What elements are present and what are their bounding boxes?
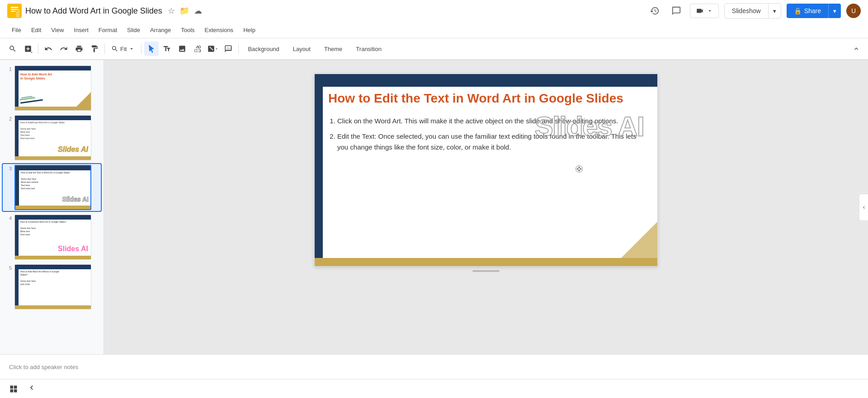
slideshow-button[interactable]: Slideshow <box>725 4 768 18</box>
header-right: Slideshow ▾ 🔒 Share ▾ U <box>646 3 861 19</box>
add-slide-button[interactable] <box>21 42 35 56</box>
slide-thumb-1: How to Add Word Artin Google Slides <box>14 66 91 111</box>
slideshow-dropdown-button[interactable]: ▾ <box>768 4 781 18</box>
bottom-bar <box>0 379 868 398</box>
slide1-title-text: How to Add Word Artin Google Slides <box>20 72 89 80</box>
menu-edit[interactable]: Edit <box>27 25 46 35</box>
word-art-move-handle[interactable] <box>576 165 583 173</box>
slide-thumb-3: How to Edit the Text in Word Art in Goog… <box>14 165 91 210</box>
slide-number-4: 4 <box>5 215 12 221</box>
background-button[interactable]: Background <box>241 43 285 55</box>
transition-button[interactable]: Transition <box>349 43 388 55</box>
shapes-tool-button[interactable] <box>190 42 205 56</box>
doc-title: How to Add Word Art in Google Slides <box>25 6 162 16</box>
top-bar: How to Add Word Art in Google Slides ☆ 📁… <box>0 0 868 60</box>
slide-thumbnail-4[interactable]: 4 How to Customize Word Art in Google Sl… <box>2 213 102 262</box>
search-button[interactable] <box>5 42 20 56</box>
slide-thumbnail-5[interactable]: 5 How to Add Word Art Effects in Google … <box>2 262 102 311</box>
paint-format-button[interactable] <box>87 42 102 56</box>
menu-insert[interactable]: Insert <box>69 25 93 35</box>
slide-left-decoration <box>315 87 323 258</box>
svg-rect-2 <box>11 9 18 10</box>
history-icon[interactable] <box>646 3 663 19</box>
slideshow-button-group: Slideshow ▾ <box>724 3 781 19</box>
separator-4 <box>238 43 239 54</box>
slide-bottom-decoration <box>315 258 657 266</box>
svg-rect-1 <box>11 7 18 8</box>
slide-panel: 1 How to Add Word Artin Google Slides 2 … <box>0 60 104 354</box>
slide-number-5: 5 <box>5 264 12 271</box>
comment-button[interactable] <box>221 42 236 56</box>
slide-top-decoration <box>315 74 657 87</box>
title-bar: How to Add Word Art in Google Slides ☆ 📁… <box>0 0 868 22</box>
speaker-notes[interactable]: Click to add speaker notes <box>0 354 868 379</box>
panel-toggle-button[interactable] <box>24 381 40 396</box>
menu-extensions[interactable]: Extensions <box>200 25 238 35</box>
theme-button[interactable]: Theme <box>318 43 349 55</box>
slide-thumbnail-2[interactable]: 2 How to Add/Insert Word Art in Google S… <box>2 113 102 162</box>
slide-wrapper: How to Edit the Text in Word Art in Goog… <box>314 74 658 267</box>
user-avatar[interactable]: U <box>846 4 861 18</box>
menu-arrange[interactable]: Arrange <box>146 25 175 35</box>
text-tool-button[interactable] <box>160 42 174 56</box>
slide-thumbnail-1[interactable]: 1 How to Add Word Artin Google Slides <box>2 64 102 112</box>
slide-thumb-2: How to Add/Insert Word Art in Google Sli… <box>14 115 91 160</box>
menu-bar: File Edit View Insert Format Slide Arran… <box>0 22 868 38</box>
zoom-label: Fit <box>120 46 127 52</box>
main-area: 1 How to Add Word Artin Google Slides 2 … <box>0 60 868 354</box>
print-button[interactable] <box>72 42 86 56</box>
slide-number-3: 3 <box>5 165 12 171</box>
right-panel-collapse[interactable] <box>859 194 868 221</box>
zoom-button[interactable]: Fit <box>108 43 138 54</box>
folder-icon[interactable]: 📁 <box>179 6 189 16</box>
app-icon <box>7 4 22 18</box>
separator-2 <box>104 43 105 54</box>
grid-view-button[interactable] <box>7 383 20 395</box>
speaker-notes-placeholder[interactable]: Click to add speaker notes <box>9 364 78 370</box>
menu-view[interactable]: View <box>47 25 68 35</box>
separator-1 <box>38 43 38 54</box>
menu-format[interactable]: Format <box>94 25 122 35</box>
menu-help[interactable]: Help <box>239 25 260 35</box>
menu-tools[interactable]: Tools <box>176 25 199 35</box>
slide-number-2: 2 <box>5 115 12 122</box>
share-lock-icon: 🔒 <box>794 7 802 14</box>
toolbar: Fit Background Layout Theme Transition <box>0 38 868 60</box>
undo-button[interactable] <box>41 42 56 56</box>
svg-rect-3 <box>11 11 15 12</box>
select-cursor-button[interactable] <box>144 42 159 56</box>
share-label: Share <box>804 7 821 14</box>
menu-slide[interactable]: Slide <box>123 25 145 35</box>
lines-tool-button[interactable] <box>206 42 220 56</box>
share-dropdown-button[interactable]: ▾ <box>828 4 841 18</box>
image-tool-button[interactable] <box>175 42 189 56</box>
layout-button[interactable]: Layout <box>287 43 317 55</box>
slide-thumb-5: How to Add Word Art Effects in Google Sl… <box>14 264 91 309</box>
main-slide[interactable]: How to Edit the Text in Word Art in Goog… <box>314 74 658 267</box>
canvas-area[interactable]: How to Edit the Text in Word Art in Goog… <box>104 60 868 354</box>
cloud-icon: ☁ <box>194 6 202 16</box>
collapse-toolbar-button[interactable] <box>850 42 863 55</box>
share-button-group: 🔒 Share ▾ <box>787 4 841 18</box>
menu-file[interactable]: File <box>7 25 26 35</box>
star-icon[interactable]: ☆ <box>168 6 175 16</box>
slide-title: How to Edit the Text in Word Art in Goog… <box>328 90 648 107</box>
slide-number-1: 1 <box>5 66 12 72</box>
meet-button[interactable] <box>690 4 719 18</box>
comments-icon[interactable] <box>668 3 684 19</box>
slide-thumbnail-3[interactable]: 3 How to Edit the Text in Word Art in Go… <box>2 163 102 212</box>
word-art[interactable]: Slides AI <box>534 110 644 142</box>
slide-progress-indicator <box>472 270 500 272</box>
redo-button[interactable] <box>57 42 71 56</box>
slide-thumb-4: How to Customize Word Art in Google Slid… <box>14 215 91 260</box>
separator-3 <box>141 43 142 54</box>
share-button[interactable]: 🔒 Share <box>787 4 828 18</box>
